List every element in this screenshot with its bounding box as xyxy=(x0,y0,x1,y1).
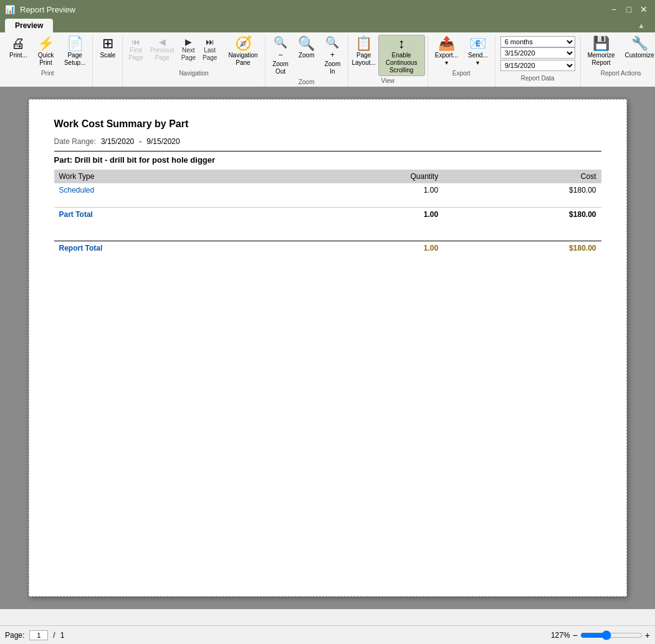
spacer-row xyxy=(54,197,601,207)
zoom-out-icon: 🔍− xyxy=(272,37,289,59)
customize-button[interactable]: 🔧 Customize xyxy=(621,35,655,61)
date-range-end: 9/15/2020 xyxy=(146,137,179,146)
memorize-report-button[interactable]: 💾 MemorizeReport xyxy=(583,35,619,69)
scale-button[interactable]: ⊞ Scale xyxy=(95,35,120,61)
prev-page-button[interactable]: ◀ PreviousPage xyxy=(147,35,178,64)
navigation-pane-icon: 🧭 xyxy=(235,37,252,50)
ribbon-group-zoom: 🔍− ZoomOut 🔍 Zoom 🔍+ ZoomIn Zoom xyxy=(265,35,348,87)
row-cost: $180.00 xyxy=(443,183,601,197)
page-layout-button[interactable]: 📋 PageLayout... xyxy=(351,35,377,69)
continuous-scrolling-icon: ↕ xyxy=(398,37,405,50)
navigation-group-label: Navigation xyxy=(179,70,208,77)
last-page-button[interactable]: ⏭ LastPage xyxy=(199,35,220,64)
zoom-in-icon: 🔍+ xyxy=(324,37,341,59)
memorize-report-icon: 💾 xyxy=(593,37,610,50)
report-table: Work Type Quantity Cost Scheduled 1.00 $… xyxy=(54,170,601,255)
scheduled-link[interactable]: Scheduled xyxy=(59,186,95,195)
quick-print-icon: ⚡ xyxy=(37,37,54,50)
export-icon: 📤 xyxy=(438,37,455,50)
page-setup-button[interactable]: 📄 PageSetup... xyxy=(60,35,90,69)
last-page-icon: ⏭ xyxy=(206,37,214,47)
ribbon-group-navigation: ⏮ FirstPage ◀ PreviousPage ▶ NextPage ⏭ … xyxy=(123,35,265,87)
ribbon-group-report-data: 6 months 3 months 1 year Custom 3/15/202… xyxy=(495,35,581,87)
report-actions-group-label: Report Actions xyxy=(601,70,641,77)
report-date-range: Date Range: 3/15/2020 - 9/15/2020 xyxy=(54,137,601,146)
start-date-select[interactable]: 3/15/2020 xyxy=(500,47,575,59)
page-layout-icon: 📋 xyxy=(355,37,372,50)
zoom-out-button[interactable]: 🔍− ZoomOut xyxy=(268,35,294,77)
date-range-label: Date Range: xyxy=(54,137,96,146)
ribbon: 🖨 Print... ⚡ QuickPrint 📄 PageSetup... P… xyxy=(0,32,655,87)
date-range-start: 3/15/2020 xyxy=(101,137,134,146)
customize-icon: 🔧 xyxy=(631,37,648,50)
send-icon: 📧 xyxy=(469,37,486,50)
app-icon: 📊 xyxy=(5,5,15,14)
report-page: Work Cost Summary by Part Date Range: 3/… xyxy=(29,99,627,597)
zoom-button[interactable]: 🔍 Zoom xyxy=(294,35,318,61)
print-group-label: Print xyxy=(41,70,54,77)
part-total-row: Part Total 1.00 $180.00 xyxy=(54,207,601,221)
col-work-type: Work Type xyxy=(54,170,282,183)
report-title: Work Cost Summary by Part xyxy=(54,118,601,130)
zoom-group-label: Zoom xyxy=(299,79,315,85)
ribbon-group-scale: ⊞ Scale xyxy=(93,35,123,87)
nav-buttons: ⏮ FirstPage ◀ PreviousPage ▶ NextPage ⏭ … xyxy=(125,35,220,64)
part-total-label: Part Total xyxy=(54,207,282,221)
send-button[interactable]: 📧 Send...▾ xyxy=(464,35,492,69)
close-button[interactable]: ✕ xyxy=(638,3,650,16)
col-quantity: Quantity xyxy=(282,170,443,183)
ribbon-tabs: Preview ▲ xyxy=(0,19,655,32)
report-total-cost: $180.00 xyxy=(443,241,601,256)
title-bar: 📊 Report Preview − □ ✕ xyxy=(0,0,655,19)
ribbon-group-print: 🖨 Print... ⚡ QuickPrint 📄 PageSetup... P… xyxy=(2,35,93,87)
zoom-in-button[interactable]: 🔍+ ZoomIn xyxy=(320,35,345,77)
report-total-quantity: 1.00 xyxy=(282,241,443,256)
spacer-row-2 xyxy=(54,221,601,231)
report-data-group-label: Report Data xyxy=(521,75,555,82)
part-total-quantity: 1.00 xyxy=(282,207,443,221)
print-icon: 🖨 xyxy=(11,37,25,50)
zoom-icon: 🔍 xyxy=(298,37,315,50)
view-group-label: View xyxy=(381,77,394,84)
end-date-select[interactable]: 9/15/2020 xyxy=(500,60,575,71)
minimize-button[interactable]: − xyxy=(608,3,620,16)
export-group-label: Export xyxy=(452,70,471,77)
row-quantity: 1.00 xyxy=(282,183,443,197)
date-range-separator: - xyxy=(139,137,141,146)
report-total-label: Report Total xyxy=(54,241,282,256)
enable-continuous-scrolling-button[interactable]: ↕ Enable ContinuousScrolling xyxy=(378,35,425,76)
row-work-type: Scheduled xyxy=(54,183,282,197)
next-page-button[interactable]: ▶ NextPage xyxy=(178,35,199,64)
next-page-icon: ▶ xyxy=(185,37,192,47)
ribbon-group-view: 📋 PageLayout... ↕ Enable ContinuousScrol… xyxy=(348,35,428,87)
scale-icon: ⊞ xyxy=(102,37,113,50)
spacer-row-3 xyxy=(54,231,601,241)
part-section-title: Part: Drill bit - drill bit for post hol… xyxy=(54,151,601,165)
report-total-link[interactable]: Report Total xyxy=(59,244,103,252)
maximize-button[interactable]: □ xyxy=(623,3,635,16)
part-total-link[interactable]: Part Total xyxy=(59,210,93,219)
prev-page-icon: ◀ xyxy=(159,37,166,47)
export-button[interactable]: 📤 Export...▾ xyxy=(431,35,462,69)
report-total-row: Report Total 1.00 $180.00 xyxy=(54,241,601,256)
print-button[interactable]: 🖨 Print... xyxy=(5,35,32,61)
period-select[interactable]: 6 months 3 months 1 year Custom xyxy=(500,36,575,47)
navigation-pane-button[interactable]: 🧭 NavigationPane xyxy=(224,35,262,69)
first-page-button[interactable]: ⏮ FirstPage xyxy=(125,35,146,64)
quick-print-button[interactable]: ⚡ QuickPrint xyxy=(33,35,59,69)
ribbon-group-export: 📤 Export...▾ 📧 Send...▾ Export xyxy=(428,35,495,87)
page-setup-icon: 📄 xyxy=(67,37,84,50)
part-total-cost: $180.00 xyxy=(443,207,601,221)
ribbon-group-report-actions: 💾 MemorizeReport 🔧 Customize Report Acti… xyxy=(581,35,655,87)
first-page-icon: ⏮ xyxy=(131,37,140,47)
table-row: Scheduled 1.00 $180.00 xyxy=(54,183,601,197)
report-area: Work Cost Summary by Part Date Range: 3/… xyxy=(0,87,655,609)
tab-preview[interactable]: Preview xyxy=(5,19,53,32)
ribbon-collapse-button[interactable]: ▲ xyxy=(633,19,650,32)
col-cost: Cost xyxy=(443,170,601,183)
window-title: Report Preview xyxy=(20,5,75,14)
